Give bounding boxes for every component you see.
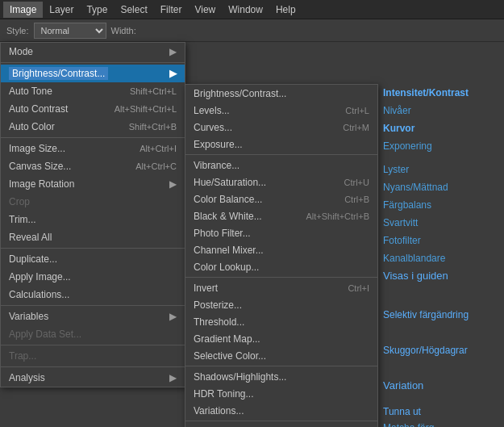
variables-label: Variables [9, 311, 48, 322]
autocolor-shortcut: Shift+Ctrl+B [129, 122, 177, 132]
autocolor-label: Auto Color [9, 121, 55, 132]
trap-label: Trap... [9, 350, 36, 362]
blackwhite-label: Black & White... [194, 211, 262, 222]
adjustments-sublabel: Brightness/Contrast... [9, 67, 108, 80]
sub-curves[interactable]: Curves... Ctrl+M [185, 119, 377, 136]
style-select[interactable]: Normal [34, 23, 106, 39]
autotone-label: Auto Tone [9, 86, 52, 97]
menu-item-autotone[interactable]: Auto Tone Shift+Ctrl+L [1, 82, 185, 100]
menu-layer[interactable]: Layer [43, 2, 80, 18]
menu-bar: Image Layer Type Select Filter View Wind… [0, 0, 504, 19]
style-label: Style: [6, 26, 29, 36]
menu-image[interactable]: Image [3, 2, 43, 18]
menu-filter[interactable]: Filter [154, 2, 189, 18]
menu-item-variables[interactable]: Variables ▶ [1, 308, 185, 325]
huesaturation-shortcut: Ctrl+U [344, 178, 369, 187]
trans-fargbalans: Färgbalans [378, 196, 473, 213]
trans-nivaer: Nivåer [378, 102, 473, 119]
menu-type[interactable]: Type [80, 2, 114, 18]
sub-gradientmap[interactable]: Gradient Map... [185, 330, 377, 347]
menu-item-mode-label: Mode [9, 46, 33, 57]
sub-shadowshighlights[interactable]: Shadows/Highlights... [185, 368, 377, 385]
separator-6 [1, 366, 185, 367]
sub-huesaturation[interactable]: Hue/Saturation... Ctrl+U [185, 174, 377, 190]
menu-item-revealall[interactable]: Reveal All [1, 228, 185, 246]
trans-visas: Visas i guiden [378, 267, 473, 284]
menu-item-autocolor[interactable]: Auto Color Shift+Ctrl+B [1, 118, 185, 136]
sub-levels[interactable]: Levels... Ctrl+L [185, 102, 377, 119]
menu-window[interactable]: Window [222, 2, 269, 18]
applydataset-label: Apply Data Set... [9, 329, 81, 340]
sub-photofilter[interactable]: Photo Filter... [185, 224, 377, 241]
trans-skuggor: Skuggor/Högdagrar [378, 340, 473, 357]
sub-sep-2 [185, 277, 377, 278]
sub-selectivecolor[interactable]: Selective Color... [185, 347, 377, 364]
gradientmap-label: Gradient Map... [194, 333, 260, 345]
brightness-label: Brightness/Contrast... [194, 88, 286, 99]
hdrtoning-label: HDR Toning... [194, 388, 253, 400]
calculations-label: Calculations... [9, 289, 69, 300]
menu-select[interactable]: Select [114, 2, 153, 18]
colorlookup-label: Color Lookup... [194, 262, 259, 273]
applyimage-label: Apply Image... [9, 271, 71, 283]
adjustments-arrow: ▶ [169, 68, 177, 79]
sub-colorbalance[interactable]: Color Balance... Ctrl+B [185, 190, 377, 207]
exposure-label: Exposure... [194, 139, 243, 150]
trans-exponering: Exponering [378, 137, 473, 154]
trim-label: Trim... [9, 214, 36, 225]
levels-shortcut: Ctrl+L [345, 106, 369, 115]
separator-5 [1, 345, 185, 345]
duplicate-label: Duplicate... [9, 253, 57, 265]
invert-shortcut: Ctrl+I [348, 283, 369, 293]
sub-colorlookup[interactable]: Color Lookup... [185, 258, 377, 275]
photofilter-label: Photo Filter... [194, 228, 251, 239]
menu-item-imagerotation[interactable]: Image Rotation ▶ [1, 175, 185, 193]
trans-kurvor: Kurvor [378, 119, 473, 136]
sub-hdrtoning[interactable]: HDR Toning... [185, 385, 377, 402]
sub-variations[interactable]: Variations... [185, 402, 377, 419]
menu-item-imagesize[interactable]: Image Size... Alt+Ctrl+I [1, 140, 185, 157]
menu-item-canvassize[interactable]: Canvas Size... Alt+Ctrl+C [1, 157, 185, 175]
variations-label: Variations... [194, 405, 244, 417]
separator-2 [1, 137, 185, 138]
sub-posterize[interactable]: Posterize... [185, 296, 377, 313]
menu-view[interactable]: View [188, 2, 222, 18]
trans-kanalblandare: Kanalblandare [378, 249, 473, 266]
sub-sep-4 [185, 421, 377, 421]
trans-intensitet: Intensitet/Kontrast [378, 84, 473, 101]
vibrance-label: Vibrance... [194, 160, 240, 171]
sub-sep-1 [185, 154, 377, 155]
sub-threshold[interactable]: Threshold... [185, 313, 377, 330]
translation-panel: Intensitet/Kontrast Nivåer Kurvor Expone… [378, 84, 473, 427]
curves-shortcut: Ctrl+M [343, 123, 369, 132]
sub-vibrance[interactable]: Vibrance... [185, 157, 377, 174]
curves-label: Curves... [194, 122, 232, 133]
sub-blackwhite[interactable]: Black & White... Alt+Shift+Ctrl+B [185, 207, 377, 224]
adjustments-submenu: Brightness/Contrast... Levels... Ctrl+L … [185, 84, 378, 427]
menu-item-applyimage[interactable]: Apply Image... [1, 268, 185, 286]
sub-brightness[interactable]: Brightness/Contrast... [185, 85, 377, 102]
sub-desaturate[interactable]: Desaturate Shift+Ctrl+U [185, 423, 377, 427]
menu-item-duplicate[interactable]: Duplicate... [1, 250, 185, 268]
sub-channelmixer[interactable]: Channel Mixer... [185, 241, 377, 258]
menu-help[interactable]: Help [269, 2, 302, 18]
trans-lyster: Lyster [378, 161, 473, 178]
menu-item-mode-arrow: ▶ [169, 46, 177, 57]
trans-tunna: Tunna ut [378, 401, 473, 418]
menu-item-adjustments[interactable]: Brightness/Contrast... ▶ [1, 65, 185, 82]
autotone-shortcut: Shift+Ctrl+L [130, 86, 177, 96]
menu-item-calculations[interactable]: Calculations... [1, 286, 185, 304]
canvassize-shortcut: Alt+Ctrl+C [135, 161, 177, 171]
menu-item-applydataset: Apply Data Set... [1, 325, 185, 343]
menu-item-autocontrast[interactable]: Auto Contrast Alt+Shift+Ctrl+L [1, 100, 185, 118]
menu-item-trim[interactable]: Trim... [1, 211, 185, 228]
sub-exposure[interactable]: Exposure... [185, 136, 377, 153]
separator-3 [1, 248, 185, 249]
sub-invert[interactable]: Invert Ctrl+I [185, 279, 377, 296]
huesaturation-label: Hue/Saturation... [194, 177, 266, 188]
menu-item-mode[interactable]: Mode ▶ [1, 43, 185, 61]
menu-item-analysis[interactable]: Analysis ▶ [1, 369, 185, 387]
revealall-label: Reveal All [9, 232, 52, 243]
trans-svartvitt: Svartvitt [378, 214, 473, 231]
sub-sep-3 [185, 366, 377, 366]
